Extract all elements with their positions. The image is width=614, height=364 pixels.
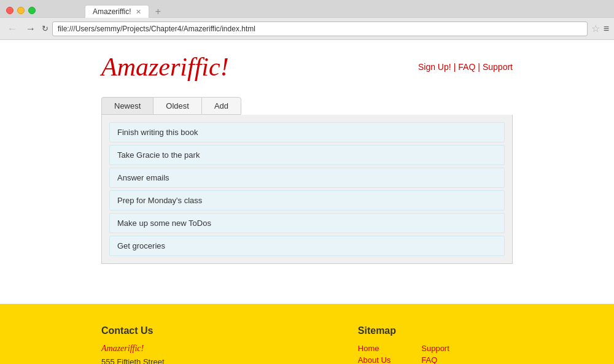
url-input[interactable]: [52, 21, 588, 36]
minimize-button[interactable]: [17, 7, 25, 14]
page-content: Amazeriffic! Sign Up! | FAQ | Support Ne…: [0, 40, 614, 304]
site-header: Amazeriffic! Sign Up! | FAQ | Support: [0, 40, 614, 91]
footer-address: 555 Fiftieth Street Asheville, NC 28801: [101, 356, 174, 364]
site-footer: Contact Us Amazeriffic! 555 Fiftieth Str…: [0, 304, 614, 364]
sitemap-heading: Sitemap: [358, 325, 450, 336]
todo-item[interactable]: Make up some new ToDos: [109, 213, 505, 233]
menu-icon[interactable]: ≡: [604, 23, 609, 34]
nav-separator-1: |: [454, 62, 456, 72]
tab-title: Amazeriffic!: [93, 7, 131, 16]
todo-list-container: Finish writing this book Take Gracie to …: [101, 115, 513, 264]
tab-navigation: Newest Oldest Add: [101, 97, 513, 115]
sitemap-links: Home About Us Privacy Support FAQ Career…: [358, 344, 450, 364]
sitemap-faq-link[interactable]: FAQ: [421, 355, 449, 364]
contact-column: Contact Us Amazeriffic! 555 Fiftieth Str…: [101, 325, 174, 364]
new-tab-button[interactable]: +: [152, 6, 164, 18]
contact-heading: Contact Us: [101, 325, 174, 336]
sitemap-about-link[interactable]: About Us: [358, 355, 391, 364]
footer-columns: Contact Us Amazeriffic! 555 Fiftieth Str…: [101, 325, 513, 364]
refresh-button[interactable]: ↻: [42, 24, 49, 33]
site-title: Amazeriffic!: [101, 52, 229, 82]
main-content: Newest Oldest Add Finish writing this bo…: [0, 91, 614, 282]
tab-newest[interactable]: Newest: [101, 97, 153, 115]
todo-item[interactable]: Finish writing this book: [109, 122, 505, 142]
nav-separator-2: |: [478, 62, 480, 72]
browser-chrome: Amazeriffic! ✕ + ← → ↻ ☆ ≡: [0, 0, 614, 40]
maximize-button[interactable]: [28, 7, 36, 14]
todo-item[interactable]: Answer emails: [109, 168, 505, 188]
header-nav: Sign Up! | FAQ | Support: [418, 62, 513, 72]
todo-item[interactable]: Take Gracie to the park: [109, 145, 505, 165]
sitemap-home-link[interactable]: Home: [358, 344, 391, 353]
support-link[interactable]: Support: [483, 62, 513, 72]
title-bar: Amazeriffic! ✕ +: [0, 0, 614, 17]
todo-item[interactable]: Prep for Monday's class: [109, 190, 505, 211]
tab-close-icon[interactable]: ✕: [136, 8, 141, 16]
signup-link[interactable]: Sign Up!: [418, 62, 451, 72]
back-button[interactable]: ←: [5, 22, 20, 36]
bookmark-icon[interactable]: ☆: [591, 23, 600, 34]
address-line1: 555 Fiftieth Street: [101, 357, 165, 364]
tab-bar: Amazeriffic! ✕ +: [42, 3, 207, 18]
todo-item[interactable]: Get groceries: [109, 236, 505, 256]
sitemap-col-1: Home About Us Privacy: [358, 344, 391, 364]
traffic-lights: [6, 7, 36, 14]
browser-tab[interactable]: Amazeriffic! ✕: [85, 5, 149, 18]
footer-brand: Amazeriffic!: [101, 344, 174, 354]
forward-button[interactable]: →: [23, 22, 38, 36]
faq-link[interactable]: FAQ: [458, 62, 475, 72]
sitemap-col-2: Support FAQ Careers: [421, 344, 449, 364]
sitemap-column: Sitemap Home About Us Privacy Support FA…: [358, 325, 450, 364]
tab-oldest[interactable]: Oldest: [153, 97, 201, 115]
address-bar: ← → ↻ ☆ ≡: [0, 17, 614, 39]
close-button[interactable]: [6, 7, 14, 14]
sitemap-support-link[interactable]: Support: [421, 344, 449, 353]
tab-add[interactable]: Add: [201, 97, 241, 115]
